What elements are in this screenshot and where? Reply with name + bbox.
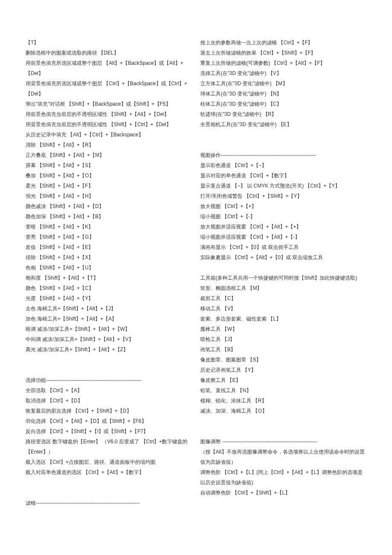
shortcut-line: 饱和度 【Shift】+【Alt】+【T】 <box>26 273 192 283</box>
shortcut-line: 用背景色填充所选区域或整个图层 【Ctrl】+【BackSpace】或【Ctrl… <box>26 78 192 99</box>
shortcut-line: 路径变选区 数字键盘的【Enter】 （V6.0 后变成了 【Ctrl】+数字键… <box>26 436 192 457</box>
shortcut-line: 放大视图并适应视窗 【Ctrl】+【Alt】+【+】 <box>200 222 366 232</box>
shortcut-line: 图像调整 -----------------------------------… <box>200 436 366 447</box>
blank-line <box>200 263 366 273</box>
shortcut-line: 退去上次所做滤镜的效果 【Ctrl】+【Shift】+【F】 <box>200 48 366 58</box>
blank-line <box>200 130 366 140</box>
shortcut-line: 删除选框中的图案或选取的路径 【DEL】 <box>26 48 192 58</box>
shortcut-line: 排除 【Shift】+【Alt】+【X】 <box>26 252 192 263</box>
shortcut-line: 强光 【Shift】+【Alt】+【H】 <box>26 191 192 201</box>
shortcut-line: 柔光 【Shift】+【Alt】+【F】 <box>26 181 192 191</box>
shortcut-line: 缩小视图 【Ctrl】+【-】 <box>200 211 366 222</box>
shortcut-line: 调整色阶 【Ctrl】+【L】(同上【Ctrl】+【Alt】+【L】调整色阶的选… <box>200 467 366 488</box>
shortcut-line: 选择工具(在"3D 变化"滤镜中) 【V】 <box>200 68 366 78</box>
shortcut-line: 羽化选择 【Ctrl】+【Alt】+【D】或【Shift】+【F6】 <box>26 416 192 426</box>
shortcut-line: 模糊、锐化、涂抹工具 【R】 <box>200 396 366 406</box>
shortcut-line: 正片叠底 【Shift】+【Alt】+【M】 <box>26 150 192 160</box>
shortcut-line: 从历史记录中填充 【Alt】+【Ctrl】+【Backspace】 <box>26 130 192 140</box>
shortcut-line: 中间调 减淡/加深工具+【Shift】+【Alt】+【V】 <box>26 334 192 344</box>
blank-line <box>26 355 192 365</box>
shortcut-line: 显示对应的单色通道 【Ctrl】+【数字】 <box>200 171 366 181</box>
shortcut-line: 重复上次所做的滤镜(可调参数) 【Ctrl】+【Alt】+【F】 <box>200 58 366 68</box>
document-page: 【T】删除选框中的图案或选取的路径 【DEL】用前景色填充所选区域或整个图层 【… <box>0 0 392 555</box>
shortcut-line: 裁剪工具 【C】 <box>200 293 366 304</box>
shortcut-line: 显示复合通道 【~】 以 CMYK 方式预览(开关) 【Ctrl】+【Y】 <box>200 181 366 191</box>
shortcut-line: 全部选取 【Ctrl】+【A】 <box>26 385 192 396</box>
shortcut-line: 差值 【Shift】+【Alt】+【E】 <box>26 242 192 252</box>
shortcut-line: 颜色 【Shift】+【Alt】+【C】 <box>26 283 192 293</box>
shortcut-line: 柱体工具(在"3D 变化"滤镜中) 【C】 <box>200 99 366 109</box>
blank-line <box>26 365 192 375</box>
shortcut-line: 像皮图章、图案图章 【S】 <box>200 355 366 365</box>
shortcut-line: 矩形、椭圆选框工具 【M】 <box>200 283 366 293</box>
shortcut-line: 载入选区 【Ctrl】+点按图层、路径、通道面板中的缩约图 <box>26 457 192 467</box>
shortcut-line: 滤镜--------------------------------------… <box>26 498 192 508</box>
blank-line <box>200 140 366 150</box>
shortcut-line: 高光 减淡/加深工具+【Shift】+【Alt】+【Z】 <box>26 344 192 355</box>
blank-line <box>26 477 192 488</box>
shortcut-line: 魔棒工具 【W】 <box>200 324 366 334</box>
shortcut-line: 套索、多边形套索、磁性套索 【L】 <box>200 314 366 324</box>
shortcut-line: 喷枪工具 【J】 <box>200 334 366 344</box>
shortcut-line: 按上次的参数再做一次上次的滤镜 【Ctrl】+【F】 <box>200 38 366 48</box>
shortcut-line: 历史记录画笔工具 【Y】 <box>200 365 366 375</box>
shortcut-line: （按【Alt】不放再选图像调整命令，各选项将以上次使用该命令时的设置值为其缺省值… <box>200 447 366 467</box>
shortcut-line: 满画布显示 【Ctrl】+【0】或 双击抓手工具 <box>200 242 366 252</box>
shortcut-line: 铅笔、直线工具 【N】 <box>200 385 366 396</box>
shortcut-line: 【T】 <box>26 38 192 48</box>
shortcut-line: 去色 海棉工具+【Shift】+【Alt】+【J】 <box>26 304 192 314</box>
shortcut-line: 颜色加深 【Shift】+【Alt】+【B】 <box>26 211 192 222</box>
shortcut-line: 清除 【Shift】+【Alt】+【R】 <box>26 140 192 150</box>
shortcut-line: 暗调 减淡/加深工具+【Shift】+【Alt】+【W】 <box>26 324 192 334</box>
shortcut-line: 反向选择 【Ctrl】+【Shift】+【I】或【Shift】+【F7】 <box>26 426 192 436</box>
shortcut-line: 自动调整色阶 【Ctrl】+【Shift】+【L】 <box>200 488 366 498</box>
shortcut-line: 视图操作------------------------------------… <box>200 150 366 160</box>
shortcut-line: 打开/关闭色域警告 【Ctrl】+【Shift】+【Y】 <box>200 191 366 201</box>
shortcut-line: 画笔工具 【B】 <box>200 344 366 355</box>
shortcut-line: 用背景色填充当前层的不透明区域性 【Shift】+【Ctrl】+【Del】 <box>26 119 192 130</box>
shortcut-line: 轨迹球(在"3D 变化"滤镜中) 【R】 <box>200 109 366 119</box>
shortcut-line: 变亮 【Shift】+【Alt】+【G】 <box>26 232 192 242</box>
shortcut-line: 工具箱(多种工具共用一个快捷键的可同时按【Shift】加此快捷键选取) <box>200 273 366 283</box>
blank-line <box>200 416 366 426</box>
shortcut-line: 实际象素显示 【Ctrl】+【Alt】+【0】或 双击缩放工具 <box>200 252 366 263</box>
blank-line <box>200 426 366 436</box>
shortcut-line: 像皮擦工具 【E】 <box>200 375 366 385</box>
shortcut-line: 移动工具 【V】 <box>200 304 366 314</box>
shortcut-line: 取消选择 【Ctrl】+【D】 <box>26 396 192 406</box>
shortcut-line: 缩小视图并适应视窗 【Ctrl】+【Alt】+【-】 <box>200 232 366 242</box>
shortcut-line: 全景相机工具(在"3D 变化"滤镜中) 【E】 <box>200 119 366 130</box>
shortcut-line: 变暗 【Shift】+【Alt】+【K】 <box>26 222 192 232</box>
shortcut-line: 球体工具(在"3D 变化"滤镜中) 【N】 <box>200 89 366 99</box>
shortcut-line: 色相 【Shift】+【Alt】+【U】 <box>26 263 192 273</box>
shortcut-line: 显示彩色通道 【Ctrl】+【~】 <box>200 160 366 171</box>
shortcut-line: 光度 【Shift】+【Alt】+【Y】 <box>26 293 192 304</box>
shortcut-line: 恢复最后的那次选择 【Ctrl】+【Shift】+【D】 <box>26 406 192 416</box>
shortcut-line: 用前景色填充当前层的不透明区域性 【Shift】+【Alt】+【Del】 <box>26 109 192 119</box>
shortcut-line: 加色 海棉工具+【Shift】+【Alt】+【A】 <box>26 314 192 324</box>
shortcut-line: 选择功能------------------------------------… <box>26 375 192 385</box>
shortcut-line: 放大视图 【Ctrl】+【+】 <box>200 201 366 211</box>
shortcut-line: 叠加 【Shift】+【Alt】+【O】 <box>26 171 192 181</box>
shortcut-line: 载入对应单色通道的选区 【Ctrl】+【Alt】+【数字】 <box>26 467 192 477</box>
shortcut-line: 弹出"填充"对话框 【Shift】+【BackSpace】或【Shift】+【F… <box>26 99 192 109</box>
shortcut-line: 颜色减淡 【Shift】+【Alt】+【D】 <box>26 201 192 211</box>
shortcut-line: 减淡、加深、海棉工具 【O】 <box>200 406 366 416</box>
shortcut-line: 立方体工具(在"3D 变化"滤镜中) 【M】 <box>200 78 366 89</box>
shortcut-line: 用前景色填充所选区域或整个图层 【Alt】+【BackSpace】或【Alt】+… <box>26 58 192 78</box>
shortcut-line: 屏幕 【Shift】+【Alt】+【S】 <box>26 160 192 171</box>
blank-line <box>26 488 192 498</box>
